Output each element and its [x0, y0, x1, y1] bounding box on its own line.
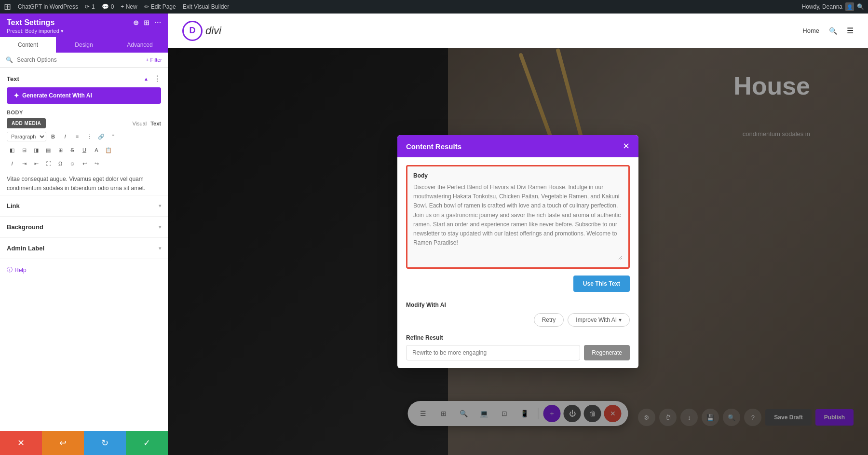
strikethrough-icon[interactable]: S — [67, 145, 78, 155]
howdy-text: Howdy, Deanna — [802, 3, 843, 10]
site-header: D divi Home 🔍 ☰ — [168, 14, 868, 48]
wp-admin-bar: ⊞ ChatGPT in WordPress ⟳ 1 💬 0 + New ✏ E… — [0, 0, 868, 14]
filter-button[interactable]: + Filter — [146, 57, 162, 63]
preset-label[interactable]: Preset: Body imported ▾ — [7, 28, 161, 34]
confirm-button[interactable]: ✓ — [126, 431, 168, 455]
help-section: ⓘ Help — [0, 259, 168, 281]
confirm-icon: ✓ — [143, 438, 150, 448]
help-label: Help — [14, 267, 27, 274]
link-section-label: Link — [7, 202, 20, 209]
italic-2-icon[interactable]: I — [7, 158, 17, 169]
help-link[interactable]: ⓘ Help — [7, 266, 161, 274]
panel-bottom-bar: ✕ ↩ ↻ ✓ — [0, 431, 168, 455]
align-right-icon[interactable]: ◨ — [31, 145, 41, 155]
nav-menu-icon[interactable]: ☰ — [847, 26, 854, 35]
new-item[interactable]: + New — [121, 3, 137, 10]
comments-count: 0 — [111, 3, 114, 10]
tab-advanced[interactable]: Advanced — [112, 37, 168, 53]
modal-header: Content Results ✕ — [397, 135, 638, 157]
align-left-icon[interactable]: ◧ — [7, 145, 17, 155]
panel-content: Text ▲ ⋮ ✦ Generate Content With AI Body… — [0, 68, 168, 455]
text-section-header[interactable]: Text ▲ ⋮ — [0, 68, 168, 87]
ordered-list-icon[interactable]: ⋮ — [84, 131, 95, 142]
more-options-icon[interactable]: ⋮ — [153, 74, 161, 83]
nav-search-icon[interactable]: 🔍 — [829, 27, 837, 35]
panel-title-text: Text Settings — [7, 18, 54, 27]
redo-button[interactable]: ↻ — [84, 431, 126, 455]
search-icon[interactable]: 🔍 — [857, 3, 864, 10]
nav-home[interactable]: Home — [802, 27, 819, 34]
grid-icon[interactable]: ⊞ — [144, 19, 149, 27]
comments-item[interactable]: 💬 0 — [102, 3, 114, 10]
justify-icon[interactable]: ▤ — [43, 145, 54, 155]
admin-label-chevron-icon: ▾ — [159, 246, 161, 251]
italic-icon[interactable]: I — [60, 131, 70, 142]
link-section[interactable]: Link ▾ — [0, 195, 168, 216]
table-icon[interactable]: ⊞ — [55, 145, 66, 155]
collapse-icon[interactable]: ▲ — [144, 76, 149, 82]
paragraph-select[interactable]: Paragraph — [7, 132, 46, 141]
regenerate-button[interactable]: Regenerate — [584, 345, 630, 360]
site-nav: Home 🔍 ☰ — [802, 26, 854, 35]
counter-item[interactable]: ⟳ 1 — [85, 3, 95, 10]
avatar-icon: 👤 — [845, 2, 854, 11]
tab-content[interactable]: Content — [0, 37, 56, 53]
panel-header-icons: ⊕ ⊞ ⋯ — [133, 19, 161, 27]
result-textarea[interactable]: Discover the Perfect Blend of Flavors at… — [413, 183, 623, 260]
close-button[interactable]: ✕ — [0, 431, 42, 455]
edit-page-item[interactable]: ✏ Edit Page — [144, 3, 176, 10]
visual-tab[interactable]: Visual — [132, 121, 147, 126]
paste-icon[interactable]: 📋 — [103, 145, 114, 155]
retry-button[interactable]: Retry — [534, 313, 564, 327]
search-input[interactable] — [17, 56, 142, 63]
generate-content-ai-button[interactable]: ✦ Generate Content With AI — [7, 87, 161, 104]
result-box: Body Discover the Perfect Blend of Flavo… — [406, 165, 630, 269]
bold-icon[interactable]: B — [48, 131, 58, 142]
admin-label-section[interactable]: Admin Label ▾ — [0, 237, 168, 259]
modal-close-button[interactable]: ✕ — [623, 142, 630, 151]
circle-icon: ⟳ — [85, 3, 90, 10]
redo-icon[interactable]: ↪ — [91, 158, 102, 169]
link-icon[interactable]: 🔗 — [96, 131, 107, 142]
content-results-modal: Content Results ✕ Body Discover the Perf… — [397, 135, 638, 368]
panel-title-row: Text Settings ⊕ ⊞ ⋯ — [7, 18, 161, 27]
exit-builder-item[interactable]: Exit Visual Builder — [183, 3, 230, 10]
improve-dropdown-icon: ▾ — [619, 317, 622, 323]
more-icon[interactable]: ⋯ — [154, 19, 161, 27]
blockquote-icon[interactable]: " — [108, 131, 119, 142]
settings-icon[interactable]: ⊕ — [133, 19, 139, 27]
editor-toolbar-row-3: I ⇥ ⇤ ⛶ Ω ☺ ↩ ↪ — [7, 158, 161, 169]
background-section[interactable]: Background ▾ — [0, 216, 168, 237]
new-label: + New — [121, 3, 137, 10]
exit-builder-label: Exit Visual Builder — [183, 3, 230, 10]
result-label: Body — [413, 172, 623, 179]
fullscreen-icon[interactable]: ⛶ — [43, 158, 54, 169]
undo-button[interactable]: ↩ — [42, 431, 84, 455]
improve-with-ai-button[interactable]: Improve With AI ▾ — [568, 313, 630, 327]
special-chars-icon[interactable]: Ω — [55, 158, 66, 169]
refine-input[interactable] — [406, 345, 580, 360]
refine-section: Refine Result Regenerate — [406, 334, 630, 360]
align-center-icon[interactable]: ⊟ — [19, 145, 29, 155]
chatgpt-menu-item[interactable]: ChatGPT in WordPress — [18, 3, 78, 10]
body-text-content: Vitae consequat augue. Vivamus eget dolo… — [7, 173, 161, 195]
text-tab[interactable]: Text — [150, 121, 161, 126]
text-color-icon[interactable]: A — [91, 145, 102, 155]
indent-icon[interactable]: ⇥ — [19, 158, 29, 169]
modal-overlay: Content Results ✕ Body Discover the Perf… — [168, 48, 868, 455]
underline-icon[interactable]: U — [79, 145, 90, 155]
use-this-text-button[interactable]: Use This Text — [573, 276, 630, 292]
generate-btn-label: Generate Content With AI — [22, 92, 92, 99]
add-media-button[interactable]: ADD MEDIA — [7, 118, 46, 128]
outdent-icon[interactable]: ⇤ — [31, 158, 41, 169]
body-editor-top: ADD MEDIA Visual Text — [7, 118, 161, 128]
help-circle-icon: ⓘ — [7, 266, 13, 274]
panel-header: Text Settings ⊕ ⊞ ⋯ Preset: Body importe… — [0, 14, 168, 37]
unordered-list-icon[interactable]: ≡ — [72, 131, 82, 142]
undo-icon[interactable]: ↩ — [79, 158, 90, 169]
admin-label-section-label: Admin Label — [7, 245, 44, 252]
emoji-icon[interactable]: ☺ — [67, 158, 78, 169]
tab-design[interactable]: Design — [56, 37, 112, 53]
refine-label: Refine Result — [406, 334, 630, 341]
wp-logo-icon[interactable]: ⊞ — [4, 1, 11, 12]
